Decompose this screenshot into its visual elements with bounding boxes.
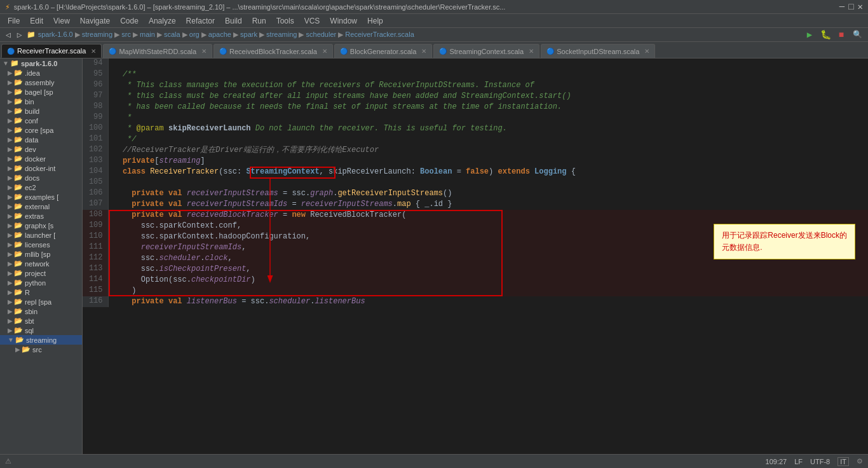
toolbar-debug-btn[interactable]: 🐛 [818, 28, 832, 42]
menu-refactor[interactable]: Refactor [181, 15, 220, 27]
window-minimize-btn[interactable]: ─ [839, 3, 844, 11]
tree-sbin[interactable]: ▶ 📂 sbin [0, 306, 82, 316]
status-warning-icon: ⚠ [5, 457, 11, 465]
tab-streaming-context[interactable]: 🔵 StreamingContext.scala ✕ [433, 44, 539, 58]
menu-run[interactable]: Run [247, 15, 271, 27]
menu-help[interactable]: Help [362, 15, 388, 27]
tree-data[interactable]: ▶ 📂 data [0, 135, 82, 144]
nav-path: spark-1.6.0 ▶ streaming ▶ src ▶ main ▶ s… [38, 31, 414, 39]
menu-analyze[interactable]: Analyze [144, 15, 181, 27]
tree-examples[interactable]: ▶ 📂 examples [ [0, 192, 82, 202]
code-line-104: 104 class ReceiverTracker(ssc: Streaming… [83, 167, 868, 177]
tree-docker[interactable]: ▶ 📂 docker [0, 154, 82, 163]
code-wrapper: 94 95 /** 96 * This class manages the ex… [83, 59, 868, 454]
annotation-line2: 元数据信息. [722, 242, 847, 254]
menu-bar: File Edit View Navigate Code Analyze Ref… [0, 14, 868, 28]
tab-icon-5: 🔵 [439, 48, 447, 55]
code-line-106: 106 private val receiverInputStreams = s… [83, 188, 868, 199]
tab-received-block-tracker[interactable]: 🔵 ReceivedBlockTracker.scala ✕ [214, 44, 333, 58]
tree-r[interactable]: ▶ 📂 R [0, 287, 82, 297]
tab-label-3: ReceivedBlockTracker.scala [229, 48, 317, 55]
tree-ec2[interactable]: ▶ 📂 ec2 [0, 182, 82, 192]
tree-graphx[interactable]: ▶ 📂 graphx [s [0, 221, 82, 230]
tree-python[interactable]: ▶ 📂 python [0, 278, 82, 287]
toolbar-run-btn[interactable]: ▶ [803, 28, 817, 42]
menu-code[interactable]: Code [115, 15, 144, 27]
tree-project[interactable]: ▶ 📂 project [0, 268, 82, 278]
tab-close-4[interactable]: ✕ [421, 48, 426, 55]
tree-external[interactable]: ▶ 📂 external [0, 202, 82, 211]
code-line-107: 107 private val receiverInputStreamIds =… [83, 199, 868, 210]
menu-file[interactable]: File [3, 15, 25, 27]
tree-bin[interactable]: ▶ 📂 bin [0, 97, 82, 106]
tab-close-3[interactable]: ✕ [322, 48, 327, 55]
main-layout: ▼ 📁 spark-1.6.0 ▶ 📂 .idea ▶ 📂 assembly ▶… [0, 59, 868, 454]
tree-root[interactable]: ▼ 📁 spark-1.6.0 [0, 59, 82, 68]
window-close-btn[interactable]: ✕ [858, 3, 863, 11]
menu-view[interactable]: View [48, 15, 75, 27]
menu-tools[interactable]: Tools [271, 15, 299, 27]
code-line-103: 103 private[streaming] [83, 156, 868, 167]
tab-close[interactable]: ✕ [91, 48, 96, 55]
menu-navigate[interactable]: Navigate [75, 15, 115, 27]
status-lf: LF [794, 458, 803, 465]
tree-repl[interactable]: ▶ 📂 repl [spa [0, 297, 82, 306]
tree-mllib[interactable]: ▶ 📂 mllib [sp [0, 249, 82, 259]
tabs-bar: 🔵 ReceiverTracker.scala ✕ 🔵 MapWithState… [0, 42, 868, 59]
tab-socket-input[interactable]: 🔵 SocketInputDStream.scala ✕ [541, 44, 655, 58]
status-bar: ⚠ 109:27 LF UTF-8 IT ⚙ [0, 454, 868, 468]
tab-label-2: MapWithStateRDD.scala [119, 48, 196, 55]
tree-sbt[interactable]: ▶ 📂 sbt [0, 316, 82, 326]
status-settings-icon[interactable]: ⚙ [857, 457, 863, 465]
code-line-98: 98 * has been called because it needs th… [83, 102, 868, 113]
annotation-box: 用于记录跟踪Receiver发送来Block的 元数据信息. [714, 224, 855, 259]
tab-close-6[interactable]: ✕ [644, 48, 649, 55]
tree-src[interactable]: ▶ 📂 src [0, 345, 82, 354]
tree-licenses[interactable]: ▶ 📂 licenses [0, 240, 82, 249]
menu-vcs[interactable]: VCS [299, 15, 325, 27]
tree-launcher[interactable]: ▶ 📂 launcher [ [0, 230, 82, 240]
status-it: IT [837, 457, 849, 466]
tree-bagel[interactable]: ▶ 📂 bagel [sp [0, 87, 82, 97]
tree-sql[interactable]: ▶ 📂 sql [0, 326, 82, 335]
tab-map-with-state[interactable]: 🔵 MapWithStateRDD.scala ✕ [103, 44, 212, 58]
nav-bar: ◁ ▷ 📁 spark-1.6.0 ▶ streaming ▶ src ▶ ma… [0, 28, 868, 42]
tree-dev[interactable]: ▶ 📂 dev [0, 144, 82, 154]
code-line-96: 96 * This class manages the execution of… [83, 80, 868, 91]
tree-streaming[interactable]: ▼ 📂 streaming [0, 335, 82, 345]
tree-conf[interactable]: ▶ 📂 conf [0, 116, 82, 125]
tree-assembly[interactable]: ▶ 📂 assembly [0, 78, 82, 87]
tab-icon-2: 🔵 [109, 48, 116, 55]
toolbar-stop-btn[interactable]: ■ [834, 28, 848, 42]
title-bar: ⚡ spark-1.6.0 – [H:\IdeaProjects\spark-1… [0, 0, 868, 14]
tree-network[interactable]: ▶ 📂 network [0, 259, 82, 268]
tree-docker-int[interactable]: ▶ 📂 docker-int [0, 163, 82, 173]
tree-idea[interactable]: ▶ 📂 .idea [0, 68, 82, 78]
nav-project-icon: 📁 [27, 31, 36, 39]
window-maximize-btn[interactable]: □ [848, 3, 853, 11]
menu-edit[interactable]: Edit [25, 15, 48, 27]
menu-window[interactable]: Window [325, 15, 362, 27]
toolbar-search-btn[interactable]: 🔍 [850, 28, 864, 42]
code-line-113: 113 ssc.isCheckpointPresent, [83, 264, 868, 275]
project-tree[interactable]: ▼ 📁 spark-1.6.0 ▶ 📂 .idea ▶ 📂 assembly ▶… [0, 59, 83, 454]
nav-forward-btn[interactable]: ▷ [15, 30, 24, 40]
tab-icon-4: 🔵 [340, 48, 348, 55]
tab-block-generator[interactable]: 🔵 BlockGenerator.scala ✕ [334, 44, 433, 58]
title-icon: ⚡ [5, 2, 10, 12]
tree-extras[interactable]: ▶ 📂 extras [0, 211, 82, 221]
code-line-101: 101 */ [83, 134, 868, 145]
tab-receiver-tracker[interactable]: 🔵 ReceiverTracker.scala ✕ [1, 44, 102, 58]
code-line-100: 100 * @param skipReceiverLaunch Do not l… [83, 123, 868, 134]
nav-back-btn[interactable]: ◁ [4, 30, 13, 40]
tree-build[interactable]: ▶ 📂 build [0, 106, 82, 116]
tree-core[interactable]: ▶ 📂 core [spa [0, 125, 82, 135]
code-editor[interactable]: 94 95 /** 96 * This class manages the ex… [83, 59, 868, 454]
menu-build[interactable]: Build [220, 15, 247, 27]
code-line-116: 116 private val listenerBus = ssc.schedu… [83, 296, 868, 307]
title-text: spark-1.6.0 – [H:\IdeaProjects\spark-1.6… [14, 3, 506, 11]
tree-docs[interactable]: ▶ 📂 docs [0, 173, 82, 182]
tab-close-2[interactable]: ✕ [201, 48, 207, 55]
tab-label-6: SocketInputDStream.scala [557, 48, 639, 55]
tab-close-5[interactable]: ✕ [529, 48, 534, 55]
